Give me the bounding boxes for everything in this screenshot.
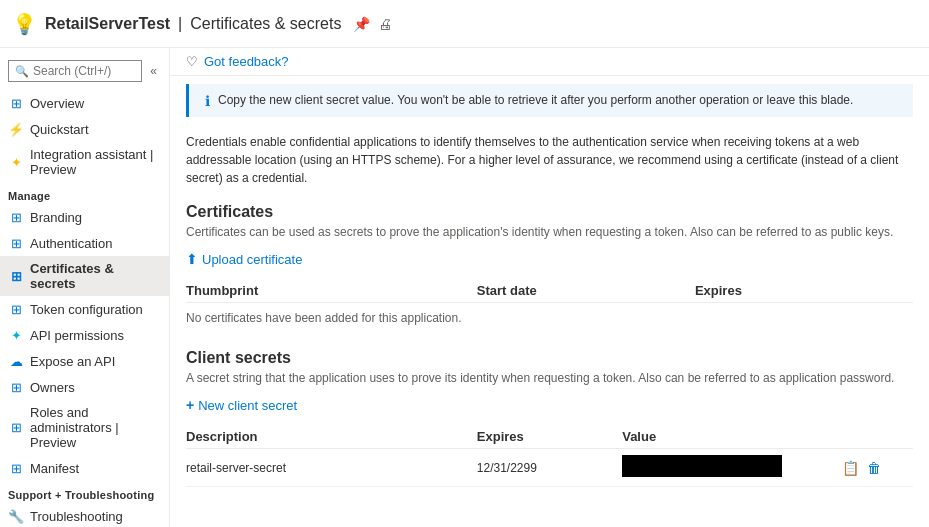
upload-icon: ⬆ [186,251,198,267]
app-icon: 💡 [12,12,37,36]
troubleshooting-icon: 🔧 [8,508,24,524]
sidebar-item-token-configuration[interactable]: ⊞ Token configuration [0,296,169,322]
sidebar-item-expose-label: Expose an API [30,354,115,369]
api-permissions-icon: ✦ [8,327,24,343]
cert-expires-header: Expires [695,279,913,303]
new-secret-icon: + [186,397,194,413]
sidebar-item-integration-assistant[interactable]: ✦ Integration assistant | Preview [0,142,169,182]
print-icon[interactable]: 🖨 [378,16,392,32]
integration-icon: ✦ [8,154,24,170]
cert-empty-text: No certificates have been added for this… [186,303,913,334]
sidebar-item-token-label: Token configuration [30,302,143,317]
copy-icon: 📋 [842,460,859,476]
search-icon: 🔍 [15,65,29,78]
credentials-description: Credentials enable confidential applicat… [170,125,929,195]
sidebar-item-integration-label: Integration assistant | Preview [30,147,161,177]
token-icon: ⊞ [8,301,24,317]
sidebar-item-roles-administrators[interactable]: ⊞ Roles and administrators | Preview [0,400,169,455]
sidebar-item-quickstart[interactable]: ⚡ Quickstart [0,116,169,142]
info-banner: ℹ Copy the new client secret value. You … [186,84,913,117]
support-section-label: Support + Troubleshooting [0,481,169,503]
page-title: Certificates & secrets [190,15,341,33]
feedback-bar: ♡ Got feedback? [170,48,929,76]
table-row: retail-server-secret 12/31/2299 📋 [186,449,913,487]
branding-icon: ⊞ [8,209,24,225]
sidebar-item-authentication-label: Authentication [30,236,112,251]
sidebar-item-troubleshooting-label: Troubleshooting [30,509,123,524]
manage-section-label: Manage [0,182,169,204]
sidebar-search-container: 🔍 « [0,56,169,90]
heart-icon: ♡ [186,54,198,69]
upload-certificate-button[interactable]: ⬆ Upload certificate [186,249,302,269]
sidebar: 🔍 « ⊞ Overview ⚡ Quickstart ✦ Integratio… [0,48,170,527]
sidebar-item-api-permissions[interactable]: ✦ API permissions [0,322,169,348]
client-secrets-title: Client secrets [186,349,913,367]
top-header: 💡 RetailServerTest | Certificates & secr… [0,0,929,48]
sidebar-item-branding-label: Branding [30,210,82,225]
certificates-section: Certificates Certificates can be used as… [170,195,929,341]
certificates-title: Certificates [186,203,913,221]
header-separator: | [178,15,182,33]
sidebar-item-overview[interactable]: ⊞ Overview [0,90,169,116]
thumbprint-header: Thumbprint [186,279,477,303]
expires-header: Expires [477,425,622,449]
sidebar-item-troubleshooting[interactable]: 🔧 Troubleshooting [0,503,169,527]
certificates-desc: Certificates can be used as secrets to p… [186,225,913,239]
sidebar-item-manifest[interactable]: ⊞ Manifest [0,455,169,481]
roles-icon: ⊞ [8,420,24,436]
client-secrets-section: Client secrets A secret string that the … [170,341,929,495]
new-client-secret-label: New client secret [198,398,297,413]
certificates-table: Thumbprint Start date Expires No certifi… [186,279,913,333]
sidebar-item-manifest-label: Manifest [30,461,79,476]
client-secrets-desc: A secret string that the application use… [186,371,913,385]
secrets-table: Description Expires Value retail-server-… [186,425,913,487]
manifest-icon: ⊞ [8,460,24,476]
content-area: ♡ Got feedback? ℹ Copy the new client se… [170,48,929,527]
secret-description: retail-server-secret [186,449,477,487]
owners-icon: ⊞ [8,379,24,395]
sidebar-item-quickstart-label: Quickstart [30,122,89,137]
info-banner-text: Copy the new client secret value. You wo… [218,92,853,109]
overview-icon: ⊞ [8,95,24,111]
actions-header [840,425,913,449]
certificates-icon: ⊞ [8,268,24,284]
new-client-secret-button[interactable]: + New client secret [186,395,297,415]
delete-icon: 🗑 [867,460,881,476]
row-actions: 📋 🗑 [840,458,905,478]
description-header: Description [186,425,477,449]
sidebar-item-expose-api[interactable]: ☁ Expose an API [0,348,169,374]
table-row: No certificates have been added for this… [186,303,913,334]
delete-secret-button[interactable]: 🗑 [865,458,883,478]
sidebar-item-owners-label: Owners [30,380,75,395]
sidebar-item-branding[interactable]: ⊞ Branding [0,204,169,230]
sidebar-item-certificates-secrets[interactable]: ⊞ Certificates & secrets [0,256,169,296]
upload-certificate-label: Upload certificate [202,252,302,267]
sidebar-item-owners[interactable]: ⊞ Owners [0,374,169,400]
sidebar-item-roles-label: Roles and administrators | Preview [30,405,161,450]
sidebar-item-api-label: API permissions [30,328,124,343]
secret-expires: 12/31/2299 [477,449,622,487]
secret-value-cell [622,449,840,487]
start-date-header: Start date [477,279,695,303]
value-header: Value [622,425,840,449]
quickstart-icon: ⚡ [8,121,24,137]
search-box[interactable]: 🔍 [8,60,142,82]
secret-actions-cell: 📋 🗑 [840,449,913,487]
pin-icon[interactable]: 📌 [353,16,370,32]
authentication-icon: ⊞ [8,235,24,251]
sidebar-item-overview-label: Overview [30,96,84,111]
main-layout: 🔍 « ⊞ Overview ⚡ Quickstart ✦ Integratio… [0,48,929,527]
collapse-button[interactable]: « [146,64,161,78]
copy-secret-button[interactable]: 📋 [840,458,861,478]
info-icon: ℹ [205,93,210,109]
expose-api-icon: ☁ [8,353,24,369]
feedback-link[interactable]: Got feedback? [204,54,289,69]
search-input[interactable] [33,64,135,78]
sidebar-item-authentication[interactable]: ⊞ Authentication [0,230,169,256]
secret-value-masked [622,455,782,477]
app-name: RetailServerTest [45,15,170,33]
sidebar-item-certificates-label: Certificates & secrets [30,261,161,291]
